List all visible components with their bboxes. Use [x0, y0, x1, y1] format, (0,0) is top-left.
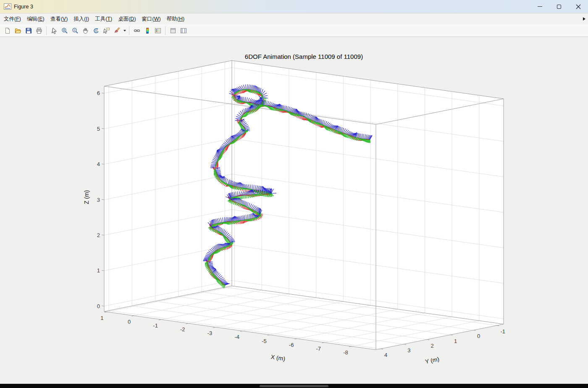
- zoom-out-icon: [72, 27, 79, 34]
- minimize-icon: [538, 6, 542, 7]
- z-axis-label: Z (m): [83, 172, 90, 222]
- menu-desktop[interactable]: 桌面(D): [115, 14, 139, 24]
- rotate-3d-icon: [93, 27, 100, 34]
- link-plot-button[interactable]: [131, 26, 142, 36]
- chevron-down-icon: [123, 30, 126, 32]
- plot-title: 6DOF Animation (Sample 11009 of 11009): [104, 53, 504, 60]
- show-plot-tools-icon: [180, 27, 187, 34]
- pan-button[interactable]: [80, 26, 91, 36]
- window-controls: [530, 0, 588, 13]
- menu-tools[interactable]: 工具(T): [92, 14, 115, 24]
- menubar-overflow-icon[interactable]: [583, 17, 585, 21]
- window-title: Figure 3: [14, 4, 33, 10]
- figure-toolbar: [0, 24, 588, 37]
- menu-file[interactable]: 文件(F): [1, 14, 24, 24]
- show-plot-tools-button[interactable]: [178, 26, 189, 36]
- insert-colorbar-button[interactable]: [142, 26, 152, 36]
- rotate-3d-button[interactable]: [91, 26, 101, 36]
- insert-legend-button[interactable]: [152, 26, 163, 36]
- data-cursor-button[interactable]: [101, 26, 112, 36]
- maximize-icon: [557, 5, 561, 9]
- zoom-in-button[interactable]: [59, 26, 70, 36]
- menu-help[interactable]: 帮助(H): [164, 14, 187, 24]
- windows-taskbar[interactable]: [0, 384, 588, 388]
- taskbar-handle[interactable]: [260, 385, 328, 387]
- pan-hand-icon: [82, 27, 89, 34]
- toolbar-separator: [129, 26, 129, 35]
- toolbar-separator: [165, 26, 165, 35]
- menu-window[interactable]: 窗口(W): [139, 14, 164, 24]
- close-button[interactable]: [569, 0, 588, 13]
- maximize-button[interactable]: [549, 0, 569, 13]
- new-figure-button[interactable]: [2, 26, 13, 36]
- link-chain-icon: [134, 27, 140, 34]
- toolbar-separator: [46, 26, 47, 35]
- menu-edit[interactable]: 编辑(E): [24, 14, 47, 24]
- zoom-out-button[interactable]: [70, 26, 80, 36]
- menu-view[interactable]: 查看(V): [47, 14, 71, 24]
- legend-icon: [155, 27, 161, 34]
- print-figure-button[interactable]: [34, 26, 44, 36]
- menu-insert[interactable]: 插入(I): [71, 14, 92, 24]
- brush-dropdown-button[interactable]: [122, 26, 127, 36]
- hide-plot-tools-icon: [170, 27, 176, 34]
- open-file-button[interactable]: [13, 26, 23, 36]
- zoom-in-icon: [61, 27, 68, 34]
- printer-icon: [36, 27, 42, 34]
- new-figure-icon: [4, 27, 11, 34]
- matlab-figure-window: 10-1-2-3-4-5-6-7-843210-10123456 Figure …: [0, 0, 588, 388]
- titlebar[interactable]: Figure 3: [0, 0, 588, 13]
- edit-plot-button[interactable]: [49, 26, 59, 36]
- hide-plot-tools-button[interactable]: [168, 26, 178, 36]
- minimize-button[interactable]: [530, 0, 549, 13]
- colorbar-icon: [144, 27, 151, 34]
- close-icon: [576, 4, 581, 9]
- menu-bar: 文件(F) 编辑(E) 查看(V) 插入(I) 工具(T) 桌面(D) 窗口(W…: [0, 13, 588, 24]
- save-figure-button[interactable]: [23, 26, 34, 36]
- matlab-figure-icon: [4, 3, 11, 10]
- save-floppy-icon: [25, 27, 32, 34]
- edit-arrow-icon: [51, 27, 58, 34]
- brush-icon: [114, 27, 121, 34]
- open-folder-icon: [15, 27, 21, 34]
- data-cursor-icon: [103, 27, 110, 34]
- brush-data-button[interactable]: [112, 26, 122, 36]
